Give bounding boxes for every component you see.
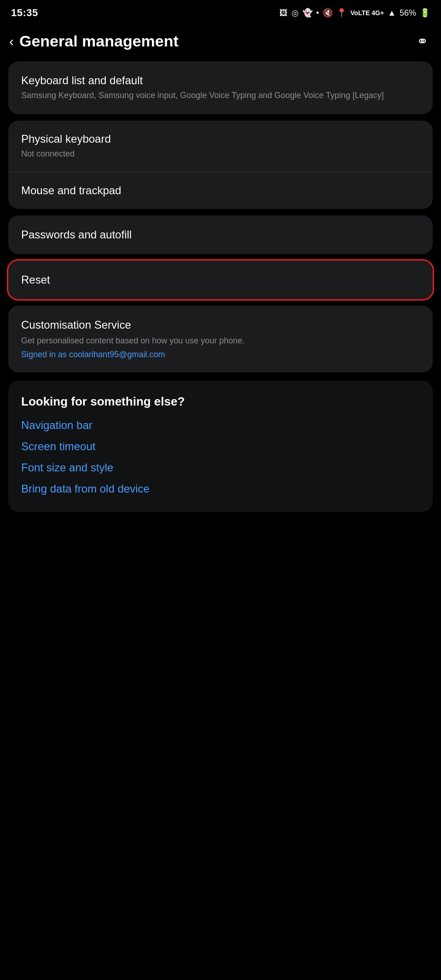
page-header: ‹ General management ⚭: [0, 24, 441, 61]
header-left: ‹ General management: [9, 32, 179, 50]
mouse-trackpad-item[interactable]: Mouse and trackpad: [8, 172, 433, 209]
physical-keyboard-title: Physical keyboard: [21, 133, 420, 145]
input-devices-card: Physical keyboard Not connected Mouse an…: [8, 121, 433, 209]
bring-data-link[interactable]: Bring data from old device: [21, 482, 420, 495]
status-time: 15:35: [11, 7, 38, 19]
looking-title: Looking for something else?: [21, 394, 420, 409]
location-icon: 📍: [337, 8, 347, 18]
signal-icon: ▲: [388, 8, 396, 18]
keyboard-card[interactable]: Keyboard list and default Samsung Keyboa…: [8, 61, 433, 114]
content-area: Keyboard list and default Samsung Keyboa…: [0, 61, 441, 512]
signed-in-text: Signed in as coolarihant95@gmail.com: [21, 350, 420, 360]
volte-icon: VoLTE 4G+: [350, 9, 384, 17]
back-button[interactable]: ‹: [9, 34, 14, 49]
battery-percentage: 56%: [400, 8, 416, 18]
status-icons: 🖼 ◎ 👻 • 🔇 📍 VoLTE 4G+ ▲ 56% 🔋: [279, 8, 430, 18]
search-button[interactable]: ⚭: [417, 33, 428, 49]
page-title: General management: [19, 32, 179, 50]
customisation-subtitle: Get personalised content based on how yo…: [21, 335, 420, 347]
customisation-title: Customisation Service: [21, 319, 420, 331]
mouse-trackpad-title: Mouse and trackpad: [21, 184, 420, 197]
battery-icon: 🔋: [420, 8, 430, 18]
physical-keyboard-subtitle: Not connected: [21, 148, 420, 160]
keyboard-title: Keyboard list and default: [21, 74, 420, 87]
photo-icon: 🖼: [279, 8, 288, 18]
status-bar: 15:35 🖼 ◎ 👻 • 🔇 📍 VoLTE 4G+ ▲ 56% 🔋: [0, 0, 441, 24]
physical-keyboard-item[interactable]: Physical keyboard Not connected: [8, 121, 433, 172]
font-size-link[interactable]: Font size and style: [21, 461, 420, 474]
keyboard-subtitle: Samsung Keyboard, Samsung voice input, G…: [21, 90, 420, 101]
looking-section: Looking for something else? Navigation b…: [8, 381, 433, 512]
passwords-title: Passwords and autofill: [21, 228, 420, 241]
snapchat-icon: 👻: [302, 8, 313, 18]
dot-icon: •: [316, 8, 319, 18]
reset-title: Reset: [21, 273, 420, 286]
screen-timeout-link[interactable]: Screen timeout: [21, 440, 420, 453]
reset-card[interactable]: Reset: [8, 261, 433, 299]
nav-bar-link[interactable]: Navigation bar: [21, 419, 420, 432]
instagram-icon: ◎: [291, 8, 299, 18]
passwords-card[interactable]: Passwords and autofill: [8, 215, 433, 254]
customisation-card[interactable]: Customisation Service Get personalised c…: [8, 306, 433, 372]
mute-icon: 🔇: [323, 8, 333, 18]
